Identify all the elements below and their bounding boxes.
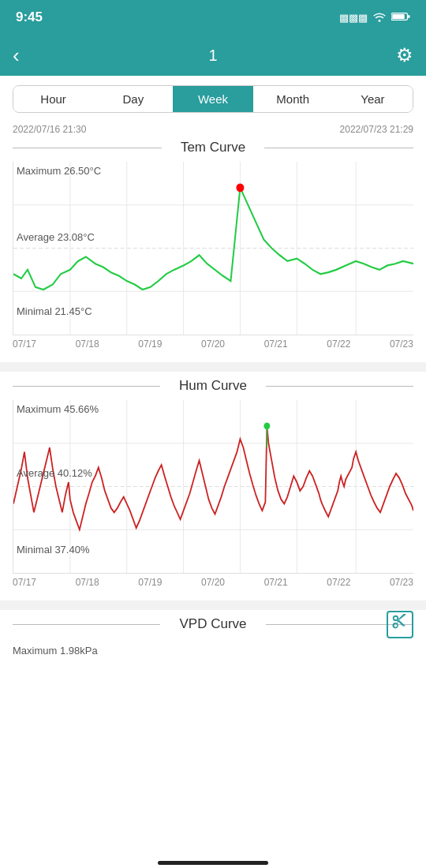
- tem-max-label: Maximum 26.50°C: [17, 165, 101, 177]
- tab-year[interactable]: Year: [333, 86, 413, 112]
- tem-x-label-1: 07/18: [76, 339, 99, 350]
- tem-x-label-6: 07/23: [390, 339, 413, 350]
- svg-rect-1: [392, 14, 404, 19]
- hum-x-label-2: 07/19: [138, 577, 162, 588]
- tab-day[interactable]: Day: [93, 86, 173, 112]
- hum-x-label-1: 07/18: [76, 577, 99, 588]
- tab-week[interactable]: Week: [173, 86, 252, 112]
- hum-min-label: Minimal 37.40%: [17, 544, 90, 556]
- gear-icon[interactable]: ⚙: [382, 44, 413, 66]
- back-button[interactable]: ‹: [13, 43, 44, 68]
- home-indicator: [0, 855, 426, 868]
- status-bar: 9:45 ▩▩▩: [0, 0, 426, 35]
- tem-chart-area: Maximum 26.50°C Average 23.08°C Minimal …: [13, 162, 413, 335]
- hum-x-labels: 07/17 07/18 07/19 07/20 07/21 07/22 07/2…: [13, 574, 413, 588]
- signal-icon: ▩▩▩: [339, 12, 368, 24]
- hum-x-label-3: 07/20: [201, 577, 225, 588]
- svg-rect-2: [408, 15, 410, 17]
- tab-bar: Hour Day Week Month Year: [13, 85, 413, 113]
- status-icons: ▩▩▩: [339, 11, 410, 24]
- section-separator-1: [0, 362, 426, 372]
- hum-curve-title: Hum Curve: [0, 378, 426, 394]
- vpd-curve-section: VPD Curve: [0, 616, 426, 632]
- hum-max-label: Maximum 45.66%: [17, 403, 99, 415]
- hum-x-label-5: 07/22: [327, 577, 350, 588]
- page-title: 1: [208, 47, 217, 65]
- status-time: 9:45: [16, 9, 43, 25]
- tem-date-end: 2022/07/23 21:29: [340, 124, 413, 135]
- tem-x-label-0: 07/17: [13, 339, 36, 350]
- scissors-icon[interactable]: [387, 611, 413, 638]
- hum-x-label-6: 07/23: [390, 577, 413, 588]
- vpd-max-label: Maximum 1.98kPa: [0, 638, 426, 657]
- home-bar: [158, 861, 268, 865]
- hum-x-label-0: 07/17: [13, 577, 36, 588]
- tem-avg-label: Average 23.08°C: [17, 231, 95, 243]
- section-separator-2: [0, 600, 426, 610]
- tem-x-label-3: 07/20: [201, 339, 225, 350]
- tem-date-start: 2022/07/16 21:30: [13, 124, 86, 135]
- tab-month[interactable]: Month: [253, 86, 333, 112]
- hum-avg-label: Average 40.12%: [17, 467, 92, 479]
- svg-point-12: [236, 183, 244, 192]
- tem-x-labels: 07/17 07/18 07/19 07/20 07/21 07/22 07/2…: [13, 335, 413, 350]
- tem-x-label-5: 07/22: [327, 339, 350, 350]
- wifi-icon: [372, 11, 387, 24]
- hum-x-label-4: 07/21: [264, 577, 288, 588]
- tem-curve-title: Tem Curve: [0, 140, 426, 155]
- hum-chart-area: Maximum 45.66% Average 40.12% Minimal 37…: [13, 400, 413, 574]
- tem-min-label: Minimal 21.45°C: [17, 305, 92, 317]
- tem-x-label-2: 07/19: [138, 339, 162, 350]
- hum-chart-container: Maximum 45.66% Average 40.12% Minimal 37…: [0, 400, 426, 588]
- header: ‹ 1 ⚙: [0, 35, 426, 76]
- tem-chart-container: Maximum 26.50°C Average 23.08°C Minimal …: [0, 162, 426, 350]
- battery-icon: [391, 11, 410, 24]
- tem-x-label-4: 07/21: [264, 339, 288, 350]
- tab-hour[interactable]: Hour: [13, 86, 93, 112]
- tem-date-row: 2022/07/16 21:30 2022/07/23 21:29: [0, 122, 426, 137]
